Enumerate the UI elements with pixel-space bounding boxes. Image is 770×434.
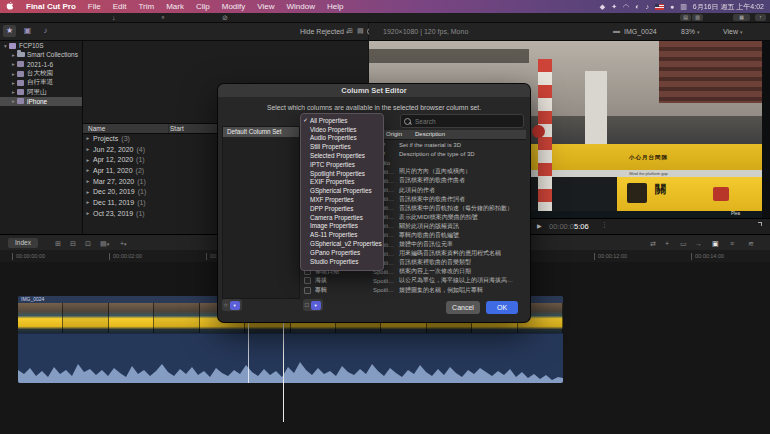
overwrite-clip-icon[interactable]: ▤▾ — [100, 239, 109, 249]
menu-item-iptc-properties[interactable]: IPTC Properties — [301, 160, 383, 169]
menu-trim[interactable]: Trim — [138, 2, 154, 11]
menu-help[interactable]: Help — [327, 2, 343, 11]
column-header-name[interactable]: Name — [88, 125, 105, 132]
apple-menu[interactable] — [6, 1, 14, 12]
spotlight-search-icon[interactable]: ● — [670, 3, 674, 10]
disclosure-icon[interactable]: ▸ — [10, 80, 17, 86]
column-header-start[interactable]: Start — [170, 125, 184, 132]
solo-icon[interactable]: ▭ — [680, 239, 687, 248]
append-clip-icon[interactable]: ⊡ — [85, 239, 91, 248]
disclosure-icon[interactable]: ▸ — [10, 52, 17, 58]
column-set-action-control: □ ▾ — [303, 299, 323, 311]
show-timeline-toggle[interactable]: ▥ — [692, 14, 703, 21]
control-center-icon[interactable]: ▥ — [680, 3, 687, 11]
menu-item-camera-properties[interactable]: Camera Properties — [301, 213, 383, 222]
trim-icon[interactable]: ⇄ — [650, 239, 656, 248]
clip-appearance-icon[interactable]: ⊞ — [347, 27, 353, 35]
column-header-origin[interactable]: Origin — [386, 131, 402, 137]
popup-chevron-icon[interactable]: ▾ — [230, 301, 240, 310]
sidebar-item-bike-path[interactable]: ▸ 自行車道 — [0, 78, 82, 87]
sidebar-tab-libraries[interactable]: ★ — [3, 25, 16, 37]
column-divider[interactable] — [168, 124, 169, 133]
viewer-scene-red-logo — [532, 125, 545, 138]
menu-item-studio-properties[interactable]: Studio Properties — [301, 257, 383, 266]
fullscreen-icon[interactable] — [755, 222, 762, 229]
menu-item-audio-properties[interactable]: Audio Properties — [301, 134, 383, 143]
import-media-icon[interactable]: ↓ — [112, 13, 116, 22]
menu-item-selected-properties[interactable]: Selected Properties — [301, 151, 383, 160]
sidebar-item-alishan[interactable]: ▸ 阿里山 — [0, 87, 82, 96]
menu-edit[interactable]: Edit — [113, 2, 127, 11]
menu-view[interactable]: View — [257, 2, 274, 11]
bluetooth-icon[interactable]: ◐ — [635, 3, 639, 10]
disclosure-icon[interactable]: ▸ — [10, 98, 17, 104]
keyword-editor-icon[interactable]: ⚬ — [160, 13, 166, 22]
sidebar-item-smart-collections[interactable]: ▸ Smart Collections — [0, 50, 82, 59]
filter-popup[interactable]: Hide Rejected ▾ — [300, 28, 348, 35]
popup-chevron-icon[interactable]: ▾ — [311, 301, 321, 310]
menu-item-gpano-properties[interactable]: GPano Properties — [301, 248, 383, 257]
volume-icon[interactable]: ♪ — [645, 3, 649, 10]
menu-item-as11-properties[interactable]: AS-11 Properties — [301, 230, 383, 239]
menu-item-image-properties[interactable]: Image Properties — [301, 222, 383, 231]
ok-button[interactable]: OK — [486, 301, 518, 314]
dialog-search-field[interactable] — [400, 114, 524, 128]
clip-appearance-button[interactable]: ▣ — [712, 239, 719, 248]
menu-app-name[interactable]: Final Cut Pro — [26, 2, 76, 11]
menu-item-video-properties[interactable]: Video Properties — [301, 125, 383, 134]
show-browser-toggle[interactable]: ▤ — [680, 14, 691, 21]
sidebar-item-ntu-campus[interactable]: ▸ 台大校園 — [0, 69, 82, 78]
column-set-row-default[interactable]: Default Column Set — [223, 127, 299, 137]
menu-mark[interactable]: Mark — [166, 2, 184, 11]
background-tasks-icon[interactable]: ⊘ — [222, 13, 228, 22]
menu-item-still-properties[interactable]: Still Properties — [301, 142, 383, 151]
wifi-icon[interactable]: ◠ — [623, 3, 629, 11]
snapping-icon[interactable]: + — [665, 239, 669, 248]
menu-modify[interactable]: Modify — [222, 2, 246, 11]
timeline-index-icon[interactable]: ≡ — [730, 239, 734, 248]
sidebar-tab-music[interactable]: ♪ — [39, 25, 52, 37]
disclosure-icon[interactable]: ▸ — [10, 71, 17, 77]
insert-clip-icon[interactable]: ⊟ — [70, 239, 76, 248]
sidebar-item-iphone[interactable]: ▸ iPhone — [0, 97, 82, 106]
display-icon[interactable]: ◆ — [600, 3, 605, 11]
viewer-view-popup[interactable]: View ▾ — [723, 28, 743, 35]
cancel-button[interactable]: Cancel — [446, 301, 480, 314]
search-input[interactable] — [413, 115, 523, 127]
disclosure-open-icon[interactable]: ▾ — [2, 43, 9, 49]
menu-item-exif-properties[interactable]: EXIF Properties — [301, 178, 383, 187]
input-source-flag-icon[interactable] — [655, 4, 664, 10]
viewer-zoom-popup[interactable]: 83% ▾ — [681, 28, 699, 35]
share-icon[interactable]: ↑ — [755, 14, 766, 21]
menu-file[interactable]: File — [88, 2, 101, 11]
menu-item-dpp-properties[interactable]: DPP Properties — [301, 204, 383, 213]
sidebar-library-fcp10s[interactable]: ▾ FCP10S — [0, 41, 82, 50]
menu-item-all-properties[interactable]: ✓All Properties — [301, 116, 383, 125]
checkbox[interactable] — [304, 287, 311, 294]
index-button[interactable]: Index — [8, 238, 38, 248]
menu-item-mxf-properties[interactable]: MXF Properties — [301, 195, 383, 204]
show-inspector-toggle[interactable]: ▦ — [733, 14, 750, 21]
skimming-icon[interactable]: → — [695, 239, 702, 248]
connect-clip-icon[interactable]: ⊞ — [55, 239, 61, 248]
list-view-icon[interactable]: ▤ — [357, 27, 364, 35]
property-row-album[interactable]: 專輯Spotli…媒體圖集的名稱，例如唱片專輯 — [300, 286, 526, 295]
menu-window[interactable]: Window — [287, 2, 315, 11]
column-header-description[interactable]: Description — [415, 131, 445, 137]
menu-item-gspherical-properties[interactable]: GSpherical Properties — [301, 186, 383, 195]
property-row-altitude[interactable]: 海拔Spotli…以公尺為單位，海平線以上的項目海拔高… — [300, 276, 526, 285]
tools-popup-icon[interactable]: +▾ — [120, 239, 127, 249]
timecode-menu-icon[interactable]: ⋮ — [601, 221, 608, 229]
timeline-zoom-icon[interactable]: ≋ — [748, 239, 754, 248]
menu-clock[interactable]: 6月16日 週五 上午4:02 — [693, 2, 764, 12]
menu-clip[interactable]: Clip — [196, 2, 210, 11]
disclosure-icon[interactable]: ▸ — [10, 61, 17, 67]
menu-item-spotlight-properties[interactable]: Spotlight Properties — [301, 169, 383, 178]
checkbox[interactable] — [304, 277, 311, 284]
sidebar-tab-photos[interactable]: ▣ — [21, 25, 34, 37]
disclosure-icon[interactable]: ▸ — [10, 89, 17, 95]
menu-item-gspherical-v2-properties[interactable]: GSpherical_v2 Properties — [301, 239, 383, 248]
play-button[interactable]: ▶ — [537, 222, 542, 229]
sidebar-item-2021-1-6[interactable]: ▸ 2021-1-6 — [0, 60, 82, 69]
settings-icon[interactable]: ✦ — [611, 3, 617, 11]
